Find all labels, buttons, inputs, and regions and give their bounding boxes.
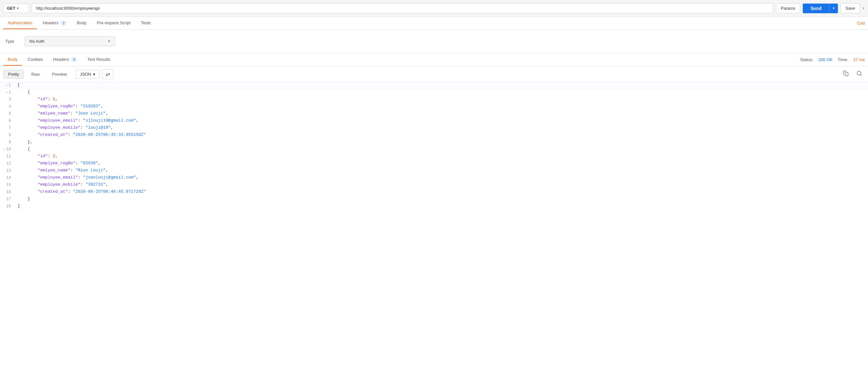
resp-tab-cookies[interactable]: Cookies	[23, 54, 48, 66]
status-label: Status:	[800, 57, 813, 62]
tab-tests[interactable]: Tests	[136, 17, 155, 29]
code-line: 9 },	[0, 139, 868, 146]
tab-body[interactable]: Body	[72, 17, 91, 29]
line-number: 16	[0, 189, 16, 195]
tab-pre-request-script[interactable]: Pre-request Script	[92, 17, 135, 29]
auth-type-select[interactable]: No Auth ▾	[25, 36, 115, 46]
url-input[interactable]	[32, 3, 773, 13]
line-number: ▾1	[0, 83, 16, 88]
save-chevron-icon: ▾	[863, 6, 865, 11]
url-bar: GET ▾ Params Send ▾ Save ▾	[0, 0, 868, 17]
code-line: ▾2 {	[0, 89, 868, 96]
line-content: "employee_mobile": "392731",	[16, 182, 868, 187]
code-line: 18]	[0, 203, 868, 210]
line-content: "employee_email": "joanlouji@gmail.com",	[16, 175, 868, 180]
line-content: {	[16, 147, 868, 151]
line-content: {	[16, 90, 868, 94]
line-content: "emplyee_regNo": "319203",	[16, 104, 868, 109]
fold-icon[interactable]: ▾	[5, 84, 7, 87]
save-button[interactable]: Save	[840, 3, 860, 13]
resp-tab-headers[interactable]: Headers 9	[49, 54, 82, 66]
resp-tab-test-results[interactable]: Test Results	[83, 54, 115, 66]
line-number: 7	[0, 125, 16, 130]
tab-headers[interactable]: Headers 2	[38, 17, 71, 29]
resp-headers-badge: 9	[71, 57, 77, 62]
format-bar-right	[840, 69, 865, 79]
auth-chevron-icon: ▾	[108, 39, 110, 43]
line-content: "id": 1,	[16, 97, 868, 101]
wrap-icon: ⇄	[106, 71, 110, 77]
json-format-select[interactable]: JSON ▾	[75, 70, 99, 79]
status-info: Status: 200 OK Time: 27 ms	[800, 57, 865, 62]
line-number: ▾2	[0, 90, 16, 95]
line-content: "created_at": "2020-08-25T06:45:33.95515…	[16, 132, 868, 137]
pretty-button[interactable]: Pretty	[3, 70, 24, 79]
line-number: 6	[0, 118, 16, 123]
status-value: 200 OK	[818, 57, 833, 62]
format-bar: Pretty Raw Preview JSON ▾ ⇄	[0, 66, 868, 82]
code-line: 15 "employee_mobile": "392731",	[0, 182, 868, 189]
raw-button[interactable]: Raw	[27, 70, 44, 79]
headers-badge: 2	[61, 21, 67, 25]
method-chevron-icon: ▾	[17, 6, 19, 10]
line-content: "created_at": "2020-08-25T06:46:45.97172…	[16, 189, 868, 194]
line-number: 3	[0, 97, 16, 102]
line-number: 8	[0, 132, 16, 138]
json-chevron-icon: ▾	[93, 72, 95, 77]
line-content: "employee_mobile": "louji@10",	[16, 125, 868, 130]
line-number: 15	[0, 182, 16, 187]
code-line: 13 "emlyee_name": "Rion Louji",	[0, 168, 868, 175]
code-line: 6 "employee_email": "sjlouji10@gmail.com…	[0, 118, 868, 125]
fold-icon[interactable]: ▾	[3, 148, 5, 151]
code-line: 11 "id": 2,	[0, 153, 868, 160]
line-content: ]	[16, 203, 868, 208]
fold-icon[interactable]: ▾	[5, 91, 7, 94]
line-content: "emlyee_name": "Joan Louji",	[16, 111, 868, 116]
line-number: 17	[0, 196, 16, 202]
search-button[interactable]	[854, 69, 865, 79]
time-label: Time:	[838, 57, 848, 62]
code-viewer: ▾1[▾2 {3 "id": 1,4 "emplyee_regNo": "319…	[0, 82, 868, 381]
line-number: 18	[0, 203, 16, 209]
resp-tab-body[interactable]: Body	[3, 54, 22, 66]
line-number: 4	[0, 104, 16, 109]
wrap-button[interactable]: ⇄	[102, 69, 114, 79]
line-content: [	[16, 83, 868, 87]
line-number: 13	[0, 168, 16, 173]
line-content: "id": 2,	[16, 154, 868, 158]
line-content: "emlyee_name": "Rion Louji",	[16, 168, 868, 173]
json-format-label: JSON	[80, 72, 91, 77]
code-line: 4 "emplyee_regNo": "319203",	[0, 104, 868, 111]
code-line: 8 "created_at": "2020-08-25T06:45:33.955…	[0, 132, 868, 139]
line-number: 5	[0, 111, 16, 116]
code-line: 16 "created_at": "2020-08-25T06:46:45.97…	[0, 189, 868, 196]
cod-link[interactable]: Cod	[857, 21, 865, 26]
line-number: 11	[0, 154, 16, 159]
line-number: 14	[0, 175, 16, 180]
params-button[interactable]: Params	[776, 3, 800, 13]
time-value: 27 ms	[854, 57, 865, 62]
code-line: 14 "employee_email": "joanlouji@gmail.co…	[0, 175, 868, 182]
copy-button[interactable]	[840, 69, 851, 79]
code-line: ▾1[	[0, 82, 868, 89]
line-number: 9	[0, 139, 16, 145]
preview-button[interactable]: Preview	[47, 70, 72, 79]
auth-type-value: No Auth	[29, 39, 44, 43]
line-content: "emplyee_regNo": "82938",	[16, 161, 868, 166]
request-tabs: Authorization Headers 2 Body Pre-request…	[0, 17, 868, 30]
tab-authorization[interactable]: Authorization	[3, 17, 37, 29]
response-tabs-bar: Body Cookies Headers 9 Test Results Stat…	[0, 53, 868, 66]
code-line: 7 "employee_mobile": "louji@10",	[0, 125, 868, 132]
code-line: 17 }	[0, 196, 868, 203]
auth-type-label: Type	[5, 39, 18, 43]
svg-line-2	[860, 75, 861, 76]
code-line: 5 "emlyee_name": "Joan Louji",	[0, 111, 868, 118]
method-select[interactable]: GET ▾	[3, 4, 29, 13]
line-content: }	[16, 196, 868, 201]
svg-point-1	[857, 71, 861, 75]
code-line: 3 "id": 1,	[0, 96, 868, 104]
auth-section: Type No Auth ▾	[0, 30, 868, 53]
send-dropdown-button[interactable]: ▾	[829, 4, 838, 13]
send-button[interactable]: Send	[803, 4, 829, 13]
send-btn-group: Send ▾	[803, 4, 838, 13]
